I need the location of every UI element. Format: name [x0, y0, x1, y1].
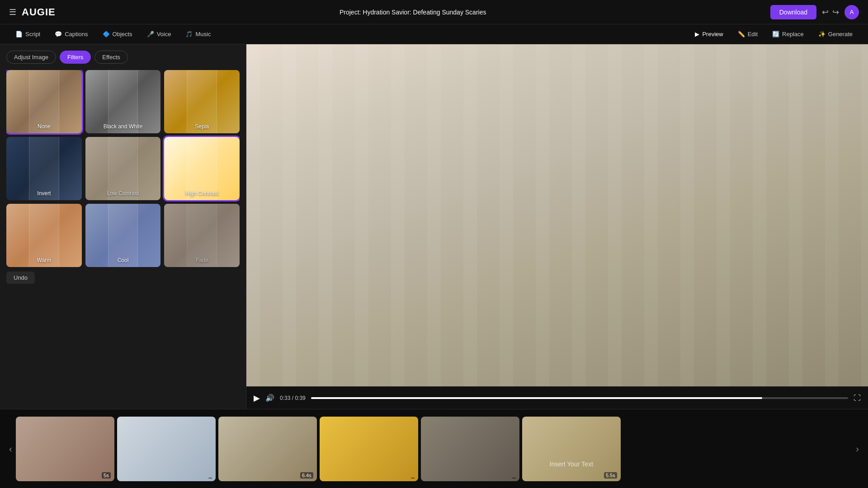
filter-sepia-label: Sepia: [164, 123, 240, 130]
clip-5-duration: [512, 478, 516, 479]
filter-warm-label: Warm: [6, 257, 82, 263]
avatar[interactable]: A: [844, 5, 859, 19]
timeline-clip-1[interactable]: 5s: [16, 417, 114, 481]
logo: AUGIE: [22, 6, 56, 18]
clip-6-thumbnail: [522, 417, 621, 481]
filter-cool[interactable]: Cool: [85, 204, 161, 267]
nav-item-generate[interactable]: ✨ Generate: [812, 28, 859, 40]
nav-item-script[interactable]: 📄 Script: [9, 28, 47, 40]
project-title: Project: Hydration Savior: Defeating Sun…: [340, 9, 486, 16]
filter-bw[interactable]: Black and White: [85, 70, 161, 133]
script-icon: 📄: [15, 31, 23, 38]
timeline-prev-button[interactable]: ‹: [9, 444, 12, 454]
progress-bar[interactable]: [311, 397, 848, 399]
timeline-nav-left: ‹: [9, 444, 12, 454]
nav-item-preview[interactable]: ▶ Preview: [689, 28, 729, 40]
tab-adjust-image[interactable]: Adjust Image: [6, 51, 56, 64]
edit-icon: ✏️: [738, 31, 745, 38]
progress-fill: [311, 397, 762, 399]
timeline-clip-5[interactable]: [421, 417, 519, 481]
filter-invert-label: Invert: [6, 190, 82, 197]
clip-6-insert-text: Insert Your Text: [550, 460, 593, 468]
filter-tabs: Adjust Image Filters Effects: [6, 51, 240, 64]
music-icon: 🎵: [185, 31, 193, 38]
clip-4-duration: [411, 478, 415, 479]
nav-item-objects[interactable]: 🔷 Objects: [96, 28, 139, 40]
clip-4-thumbnail: [320, 417, 418, 481]
filter-bw-label: Black and White: [85, 123, 161, 130]
topbar-icons: ↩ ↪: [822, 7, 839, 17]
filter-high-contrast-label: High Contrast: [164, 190, 240, 197]
filters-grid: None Black and White Sepia Invert Low Co…: [6, 70, 240, 267]
filter-fade[interactable]: Fade: [164, 204, 240, 267]
filter-low-contrast-label: Low Contrast: [85, 190, 161, 197]
video-controls: ▶ 🔊 0:33 / 0:39 ⛶: [246, 386, 868, 409]
clip-3-thumbnail: [218, 417, 317, 481]
main: Adjust Image Filters Effects None Black …: [0, 44, 868, 409]
clip-3-duration: 6.4s: [300, 472, 313, 479]
clip-1-thumbnail: [16, 417, 114, 481]
replace-icon: 🔄: [772, 31, 779, 38]
nav-item-replace[interactable]: 🔄 Replace: [766, 28, 810, 40]
timeline-next-button[interactable]: ›: [856, 444, 859, 454]
timeline-clip-2[interactable]: [117, 417, 216, 481]
nav-item-voice[interactable]: 🎤 Voice: [141, 28, 178, 40]
fullscreen-button[interactable]: ⛶: [854, 394, 861, 402]
timeline-nav-right: ›: [856, 444, 859, 454]
nav-item-edit[interactable]: ✏️ Edit: [731, 28, 764, 40]
video-panel: ▶ 🔊 0:33 / 0:39 ⛶: [246, 44, 868, 409]
undo-button[interactable]: Undo: [6, 272, 35, 284]
topbar-left: ☰ AUGIE: [9, 6, 56, 18]
clip-5-thumbnail: [421, 417, 519, 481]
navbar: 📄 Script 💬 Captions 🔷 Objects 🎤 Voice 🎵 …: [0, 24, 868, 44]
video-area: [246, 44, 868, 386]
play-button[interactable]: ▶: [254, 393, 260, 403]
filter-fade-label: Fade: [164, 257, 240, 263]
clip-1-duration: 5s: [102, 472, 111, 479]
timeline-clip-4[interactable]: [320, 417, 418, 481]
volume-button[interactable]: 🔊: [265, 394, 274, 402]
filter-cool-label: Cool: [85, 257, 161, 263]
objects-icon: 🔷: [103, 31, 110, 38]
timeline-clip-6[interactable]: Insert Your Text 5.5s: [522, 417, 621, 481]
menu-icon[interactable]: ☰: [9, 7, 16, 17]
nav-item-music[interactable]: 🎵 Music: [179, 28, 217, 40]
filter-sepia[interactable]: Sepia: [164, 70, 240, 133]
filter-none[interactable]: None: [6, 70, 82, 133]
generate-icon: ✨: [818, 31, 826, 38]
left-panel: Adjust Image Filters Effects None Black …: [0, 44, 246, 409]
tab-filters[interactable]: Filters: [60, 51, 91, 64]
preview-icon: ▶: [695, 31, 699, 38]
undo-bar: Undo: [6, 272, 240, 284]
voice-icon: 🎤: [147, 31, 154, 38]
timeline-clips: 5s 6.4s Insert Your Text 5.5s: [16, 417, 853, 481]
filter-high-contrast[interactable]: High Contrast: [164, 137, 240, 200]
filter-none-label: None: [6, 123, 82, 130]
project-info: Project: Hydration Savior: Defeating Sun…: [340, 8, 486, 16]
filter-low-contrast[interactable]: Low Contrast: [85, 137, 161, 200]
timeline: ‹ 5s 6.4s Insert Your Text 5.5s: [0, 409, 868, 488]
filter-warm[interactable]: Warm: [6, 204, 82, 267]
topbar: ☰ AUGIE Project: Hydration Savior: Defea…: [0, 0, 868, 24]
video-background: [246, 44, 868, 386]
captions-icon: 💬: [55, 31, 62, 38]
clip-6-duration: 5.5s: [604, 472, 617, 479]
topbar-right: Download ↩ ↪ A: [770, 5, 859, 19]
filter-invert[interactable]: Invert: [6, 137, 82, 200]
undo-icon[interactable]: ↩: [822, 7, 829, 17]
timeline-clip-3[interactable]: 6.4s: [218, 417, 317, 481]
clip-2-thumbnail: [117, 417, 216, 481]
nav-item-captions[interactable]: 💬 Captions: [48, 28, 94, 40]
download-button[interactable]: Download: [770, 5, 816, 19]
nav-right: ▶ Preview ✏️ Edit 🔄 Replace ✨ Generate: [689, 28, 859, 40]
redo-icon[interactable]: ↪: [832, 7, 839, 17]
time-display: 0:33 / 0:39: [280, 395, 306, 401]
tab-effects[interactable]: Effects: [94, 51, 128, 64]
clip-2-duration: [208, 478, 212, 479]
